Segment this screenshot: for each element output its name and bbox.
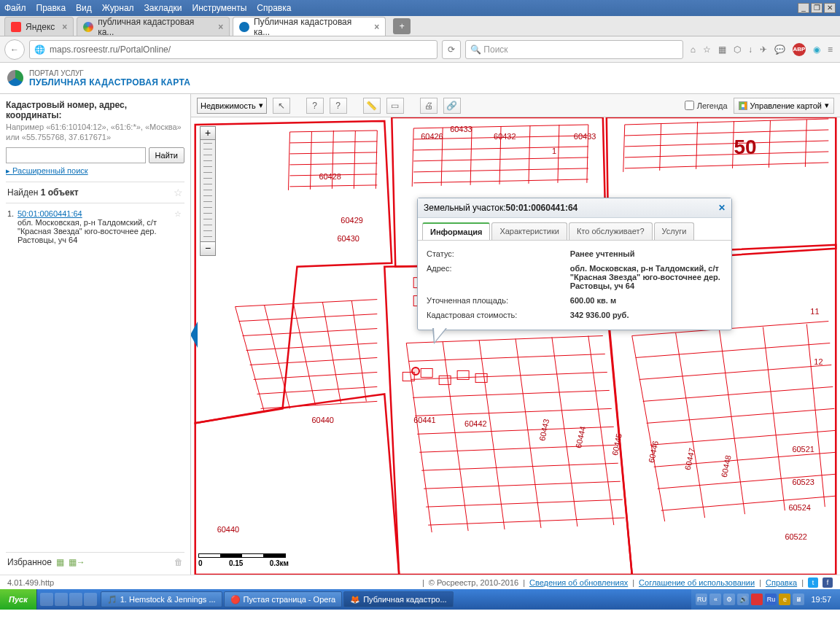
home-icon[interactable]: ⌂ xyxy=(691,44,696,55)
link-button[interactable]: 🔗 xyxy=(443,98,461,114)
result-link[interactable]: 50:01:0060441:64 xyxy=(18,209,82,218)
popup-tabs: Информация Характеристики Кто обслуживае… xyxy=(418,218,731,241)
cadastral-search-input[interactable] xyxy=(6,147,146,163)
tab-close-icon[interactable]: × xyxy=(218,22,223,32)
map-canvas[interactable]: 50 60426 60428 60429 60430 60432 60433 6… xyxy=(191,117,840,575)
tray-icon[interactable]: ⚙ xyxy=(723,594,735,605)
tab-characteristics[interactable]: Характеристики xyxy=(491,222,567,240)
tab-close-icon[interactable]: × xyxy=(374,22,379,32)
zoom-in-button[interactable]: + xyxy=(201,127,215,140)
restore-button[interactable]: ❐ xyxy=(811,3,822,13)
print-button[interactable]: 🖨 xyxy=(420,98,438,114)
lang-indicator[interactable]: RU xyxy=(696,594,707,605)
favorite-all-icon[interactable]: ☆ xyxy=(174,187,183,198)
start-button[interactable]: Пуск xyxy=(0,589,37,610)
menu-icon[interactable]: ≡ xyxy=(828,44,833,55)
popup-close-button[interactable]: ✕ xyxy=(718,203,726,213)
url-text: maps.rosreestr.ru/PortalOnline/ xyxy=(50,44,171,55)
task-opera[interactable]: 🔴 Пустая страница - Opera xyxy=(224,591,343,607)
library-icon[interactable]: ▦ xyxy=(718,44,726,55)
tray-icon[interactable]: 🖥 xyxy=(793,594,804,605)
updates-link[interactable]: Сведения об обновлениях xyxy=(529,578,628,587)
tab-close-icon[interactable]: × xyxy=(62,22,67,32)
back-button[interactable]: ← xyxy=(4,39,25,60)
delete-favorites-icon[interactable]: 🗑 xyxy=(174,557,183,567)
sidebar-hint: Например «61:6:10104:12», «61:6:*», «Мос… xyxy=(6,122,184,143)
ql-icon[interactable] xyxy=(84,593,97,606)
svg-text:60448: 60448 xyxy=(720,454,733,478)
map-control-button[interactable]: Управление картой▾ xyxy=(734,98,834,114)
ql-icon[interactable] xyxy=(55,593,68,606)
menu-history[interactable]: Журнал xyxy=(102,3,134,13)
bookmark-icon[interactable]: ☆ xyxy=(703,44,711,55)
svg-text:60428: 60428 xyxy=(319,172,341,181)
reload-button[interactable]: ⟳ xyxy=(442,40,461,59)
advanced-search-link[interactable]: Расширенный поиск xyxy=(6,166,184,176)
area-tool-button[interactable]: ▭ xyxy=(386,98,404,114)
task-firefox[interactable]: 🦊 Публичная кадастро... xyxy=(343,591,454,607)
export-csv-icon[interactable]: ▦→ xyxy=(69,557,85,567)
svg-text:60523: 60523 xyxy=(792,478,814,486)
svg-text:1: 1 xyxy=(552,147,556,155)
tab-services[interactable]: Услуги xyxy=(654,222,695,240)
new-tab-button[interactable]: + xyxy=(393,18,411,34)
task-winamp[interactable]: 🎵 1. Hemstock & Jennings ... xyxy=(101,591,222,607)
menu-file[interactable]: Файл xyxy=(4,3,26,13)
zoom-out-button[interactable]: − xyxy=(201,242,215,255)
browser-search[interactable]: 🔍 Поиск xyxy=(465,40,683,59)
downloads-icon[interactable]: ↓ xyxy=(748,44,752,55)
menu-tools[interactable]: Инструменты xyxy=(192,3,247,13)
help-tool-button[interactable]: ? xyxy=(330,98,347,114)
send-icon[interactable]: ✈ xyxy=(760,44,767,55)
object-type-select[interactable]: Недвижимость▾ xyxy=(197,98,267,114)
legend-toggle[interactable]: Легенда xyxy=(685,101,728,110)
abp-icon[interactable]: ABP xyxy=(793,43,806,56)
svg-text:60444: 60444 xyxy=(574,425,587,448)
clock[interactable]: 19:57 xyxy=(806,595,836,604)
zoom-slider[interactable] xyxy=(201,140,215,242)
measure-tool-button[interactable]: 📏 xyxy=(363,98,381,114)
tab-google[interactable]: публичная кадастровая ка... × xyxy=(77,17,230,36)
export-excel-icon[interactable]: ▦ xyxy=(56,557,64,567)
selected-parcel-marker xyxy=(411,367,420,376)
tab-info[interactable]: Информация xyxy=(422,222,490,240)
minimize-button[interactable]: _ xyxy=(798,3,809,13)
help-link[interactable]: Справка xyxy=(766,578,797,587)
tray-icon[interactable]: e xyxy=(779,594,790,605)
menu-edit[interactable]: Правка xyxy=(36,3,66,13)
tab-rosreestr[interactable]: Публичная кадастровая ка... × xyxy=(233,17,386,36)
tray-icon[interactable] xyxy=(751,594,763,605)
result-star-icon[interactable]: ☆ xyxy=(174,209,182,219)
menu-bookmarks[interactable]: Закладки xyxy=(144,3,182,13)
svg-text:60426: 60426 xyxy=(421,132,443,141)
agreement-link[interactable]: Соглашение об использовании xyxy=(639,578,755,587)
svg-text:60440: 60440 xyxy=(311,416,334,424)
globe-icon: 🌐 xyxy=(34,44,45,55)
pointer-tool-button[interactable]: ↖ xyxy=(273,98,290,114)
result-item[interactable]: 1. ☆ 50:01:0060441:64 обл. Московская, р… xyxy=(6,203,184,250)
ql-icon[interactable] xyxy=(40,593,53,606)
tray-icon[interactable]: Ru xyxy=(765,594,777,605)
menu-view[interactable]: Вид xyxy=(76,3,92,13)
twitter-icon[interactable]: t xyxy=(808,578,818,588)
tab-yandex[interactable]: Яндекс × xyxy=(4,17,74,36)
tray-icon[interactable]: « xyxy=(709,594,721,605)
teal-icon[interactable]: ◉ xyxy=(813,44,820,55)
map-container: Недвижимость▾ ↖ ? ? 📏 ▭ 🖨 🔗 Легенда Упра… xyxy=(191,94,840,575)
url-bar[interactable]: 🌐 maps.rosreestr.ru/PortalOnline/ xyxy=(29,40,438,59)
svg-text:60433: 60433 xyxy=(574,132,596,141)
svg-text:11: 11 xyxy=(810,307,819,316)
pocket-icon[interactable]: ⬡ xyxy=(734,44,741,55)
tab-who-serves[interactable]: Кто обслуживает? xyxy=(569,222,653,240)
close-button[interactable]: ✕ xyxy=(824,3,836,13)
tray-icon[interactable]: 🔊 xyxy=(737,594,749,605)
legend-checkbox[interactable] xyxy=(685,101,694,110)
find-button[interactable]: Найти xyxy=(149,147,184,163)
info-tool-button[interactable]: ? xyxy=(306,98,324,114)
found-count: 1 объект xyxy=(41,187,79,198)
ql-icon[interactable] xyxy=(69,593,82,606)
navbar-icons: ⌂ ☆ ▦ ⬡ ↓ ✈ 💬 ABP ◉ ≡ xyxy=(688,43,836,56)
menu-help[interactable]: Справка xyxy=(257,3,291,13)
facebook-icon[interactable]: f xyxy=(822,578,833,588)
chat-icon[interactable]: 💬 xyxy=(774,44,785,55)
